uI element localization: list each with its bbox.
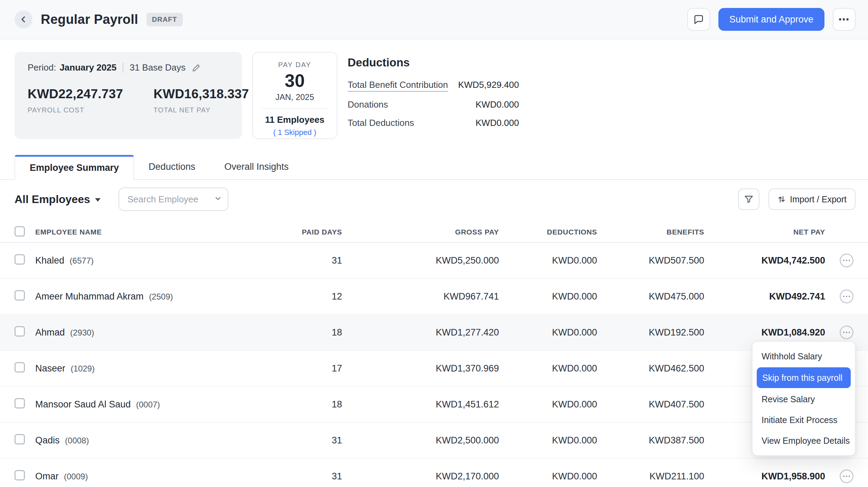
filter-button[interactable] [738, 189, 760, 210]
funnel-icon [744, 194, 754, 204]
payroll-cost-value: KWD22,247.737 [28, 87, 123, 101]
total-net-pay-block: KWD16,318.337 TOTAL NET PAY [153, 87, 249, 114]
filter-row: All Employees Import / Export [0, 180, 868, 218]
employee-name: Ahmad [35, 327, 65, 338]
table-row[interactable]: Qadis (0008) 31 KWD2,500.000 KWD0.000 KW… [0, 423, 868, 459]
deductions-cell: KWD0.000 [499, 363, 597, 374]
payday-label: PAY DAY [258, 61, 331, 69]
row-checkbox[interactable] [15, 362, 25, 373]
import-export-label: Import / Export [790, 194, 847, 204]
net-pay-cell: KWD1,084.920 [704, 327, 825, 338]
circled-ellipsis-icon [843, 476, 850, 477]
employee-table-body: Khaled (6577) 31 KWD5,250.000 KWD0.000 K… [0, 243, 868, 487]
table-row[interactable]: Mansoor Saud Al Saud (0007) 18 KWD1,451.… [0, 387, 868, 423]
menu-item-label: View Employee Details [762, 436, 850, 446]
gross-pay-cell: KWD967.741 [342, 291, 499, 302]
row-checkbox[interactable] [15, 290, 25, 301]
row-actions-button[interactable] [840, 254, 853, 267]
benefits-cell: KWD507.500 [597, 255, 704, 266]
benefits-cell: KWD462.500 [597, 363, 704, 374]
employee-id: (1029) [71, 364, 95, 373]
period-label: Period: [28, 62, 56, 73]
col-employee-name: EMPLOYEE NAME [35, 228, 256, 236]
deductions-rows: Total Benefit Contribution KWD5,929.400 … [348, 80, 519, 128]
tab-label: Employee Summary [30, 163, 119, 173]
tabs: Employee Summary Deductions Overall Insi… [0, 154, 868, 180]
row-checkbox[interactable] [15, 254, 25, 265]
menu-item-view-employee-details[interactable]: View Employee Details [753, 430, 855, 451]
payday-date: JAN, 2025 [258, 92, 331, 102]
employee-name: Omar [35, 471, 59, 481]
col-paid-days: PAID DAYS [256, 228, 342, 236]
col-gross-pay: GROSS PAY [342, 228, 499, 236]
paid-days-cell: 31 [256, 255, 342, 266]
table-row[interactable]: Ahmad (2930) 18 KWD1,277.420 KWD0.000 KW… [0, 315, 868, 351]
divider [123, 63, 123, 73]
net-pay-cell: KWD4,742.500 [704, 255, 825, 266]
row-actions-button[interactable] [840, 290, 853, 303]
payroll-cost-block: KWD22,247.737 PAYROLL COST [28, 87, 123, 114]
menu-item-withhold-salary[interactable]: Withhold Salary [753, 346, 855, 367]
menu-item-label: Skip from this payroll [762, 373, 842, 383]
row-checkbox[interactable] [15, 326, 25, 337]
row-checkbox[interactable] [15, 398, 25, 408]
benefits-cell: KWD475.000 [597, 291, 704, 302]
deduction-row: Donations KWD0.000 [348, 99, 519, 110]
ellipsis-icon: ⋯ [838, 14, 850, 25]
benefits-cell: KWD192.500 [597, 327, 704, 338]
tab-label: Overall Insights [224, 162, 289, 172]
deduction-label: Total Deductions [348, 118, 414, 128]
select-all-checkbox[interactable] [15, 226, 25, 237]
employee-filter-dropdown[interactable]: All Employees [15, 193, 101, 206]
edit-period-icon[interactable] [192, 63, 201, 72]
employee-id: (0007) [136, 400, 160, 409]
deductions-cell: KWD0.000 [499, 255, 597, 266]
menu-item-revise-salary[interactable]: Revise Salary [753, 389, 855, 410]
gross-pay-cell: KWD2,500.000 [342, 435, 499, 446]
gross-pay-cell: KWD1,451.612 [342, 399, 499, 410]
row-actions-button[interactable] [840, 325, 853, 339]
employee-name: Qadis [35, 435, 60, 445]
table-row[interactable]: Omar (0009) 31 KWD2,170.000 KWD0.000 KWD… [0, 459, 868, 487]
skipped-count-link[interactable]: ( 1 Skipped ) [258, 128, 331, 137]
tab-employee-summary[interactable]: Employee Summary [15, 155, 134, 180]
paid-days-cell: 17 [256, 363, 342, 374]
table-row[interactable]: Ameer Muhammad Akram (2509) 12 KWD967.74… [0, 279, 868, 315]
search-employee-input[interactable] [119, 187, 228, 211]
payday-day: 30 [258, 70, 331, 91]
circled-ellipsis-icon [843, 332, 850, 333]
deductions-cell: KWD0.000 [499, 291, 597, 302]
comments-button[interactable] [687, 8, 710, 31]
tab-overall-insights[interactable]: Overall Insights [210, 154, 303, 179]
submit-and-approve-button[interactable]: Submit and Approve [718, 8, 824, 31]
tab-deductions[interactable]: Deductions [134, 154, 210, 179]
employee-name: Mansoor Saud Al Saud [35, 399, 131, 410]
menu-item-initiate-exit-process[interactable]: Initiate Exit Process [753, 410, 855, 430]
table-row[interactable]: Naseer (1029) 17 KWD1,370.969 KWD0.000 K… [0, 351, 868, 387]
row-actions-button[interactable] [840, 469, 853, 483]
menu-item-label: Withhold Salary [762, 351, 822, 361]
circled-ellipsis-icon [843, 260, 850, 261]
more-options-button[interactable]: ⋯ [833, 8, 856, 31]
payday-card: PAY DAY 30 JAN, 2025 11 Employees ( 1 Sk… [252, 52, 337, 139]
menu-item-skip-from-this-payroll[interactable]: Skip from this payroll [757, 367, 851, 388]
employee-name: Ameer Muhammad Akram [35, 291, 144, 302]
row-actions-menu: Withhold Salary Skip from this payroll R… [752, 341, 856, 456]
row-checkbox[interactable] [15, 470, 25, 480]
table-row[interactable]: Khaled (6577) 31 KWD5,250.000 KWD0.000 K… [0, 243, 868, 279]
paid-days-cell: 12 [256, 291, 342, 302]
paid-days-cell: 18 [256, 399, 342, 410]
chevron-left-icon [19, 15, 28, 24]
employee-name: Naseer [35, 363, 65, 374]
employee-id: (0008) [65, 436, 89, 445]
import-export-button[interactable]: Import / Export [768, 189, 856, 210]
caret-down-icon [95, 198, 101, 202]
paid-days-cell: 18 [256, 327, 342, 338]
payroll-page: Regular Payroll DRAFT Submit and Approve… [0, 0, 868, 487]
gross-pay-cell: KWD2,170.000 [342, 471, 499, 482]
row-checkbox[interactable] [15, 434, 25, 444]
gross-pay-cell: KWD1,277.420 [342, 327, 499, 338]
employee-id: (6577) [70, 256, 94, 265]
top-bar: Regular Payroll DRAFT Submit and Approve… [0, 0, 868, 39]
back-button[interactable] [15, 10, 32, 28]
